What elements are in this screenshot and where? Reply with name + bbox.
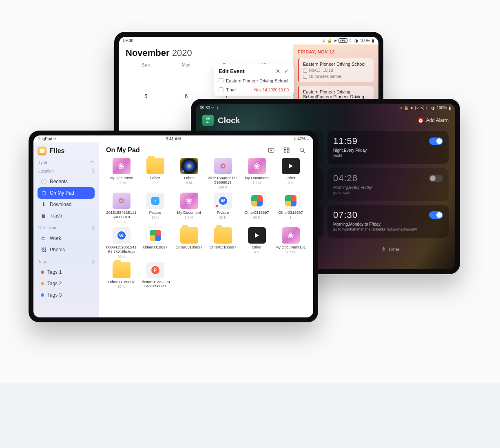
file-tile[interactable]: Other031869790 K <box>241 193 272 224</box>
bluetooth-icon: ᚼ <box>217 106 219 110</box>
file-thumb <box>113 158 131 174</box>
chevron-down-icon[interactable] <box>90 226 94 230</box>
file-tile[interactable]: My Document1.7 M <box>241 158 272 189</box>
alarm-card[interactable]: 07:30Morning,Monday to Fridaygo to workh… <box>327 205 449 238</box>
svg-rect-2 <box>288 148 290 150</box>
alarm-time: 11:59 <box>333 136 358 146</box>
alarm-card[interactable]: 11:59Night,Every Fridayyeah! <box>327 131 449 164</box>
file-tile[interactable]: My Document1511.7 M <box>275 227 306 259</box>
file-thumb <box>282 158 300 174</box>
file-size: 90 K <box>208 215 238 220</box>
search-button[interactable] <box>299 146 306 154</box>
alarm-icon: ⏰ <box>418 118 424 123</box>
new-folder-button[interactable] <box>268 146 275 154</box>
chevron-down-icon[interactable] <box>90 169 94 173</box>
file-size: 128 K <box>208 185 238 189</box>
file-size: 90 K <box>140 215 170 220</box>
timer-icon: ⏱ <box>381 247 386 252</box>
time-value[interactable]: Nov 14,2020 10:00 <box>254 88 289 92</box>
sidebar-item-work[interactable]: 🗀Work <box>38 233 95 244</box>
file-thumb <box>146 158 164 174</box>
file-thumb <box>282 193 300 209</box>
battery-icon: ▮ <box>449 106 451 110</box>
file-tile[interactable]: Other6 M <box>174 158 204 189</box>
sidebar-item-photos[interactable]: 🖼Photos <box>38 244 95 255</box>
event-name[interactable]: Eastern Pioneer Driving School <box>226 78 289 83</box>
file-size: 6 M <box>241 250 272 254</box>
sidebar-item-recents[interactable]: 🕘Recents <box>38 176 95 187</box>
moon-icon: ☾ <box>349 38 353 43</box>
file-tile[interactable]: My Document1.7 M <box>106 158 137 189</box>
file-tile[interactable]: Other6 M <box>275 158 306 189</box>
date-cell[interactable]: 5 <box>126 93 166 99</box>
file-thumb <box>146 193 164 209</box>
file-tile[interactable]: Picture90 K <box>140 193 170 224</box>
file-thumb <box>282 227 300 244</box>
file-name: Other <box>275 176 306 180</box>
headphone-icon: ♫ <box>322 38 325 43</box>
alarm-card[interactable]: 04:28Morning,Every Fridaygo to work <box>327 168 449 201</box>
alarm-toggle[interactable] <box>429 211 443 219</box>
sidebar-item-tag2[interactable]: Tags 2 <box>38 278 95 289</box>
sidebar-item-tag3[interactable]: Tags 3 <box>38 289 95 301</box>
file-tile[interactable]: Other03185697 <box>174 227 204 259</box>
time-label: Time <box>226 87 252 92</box>
chevron-down-icon[interactable] <box>90 259 94 264</box>
file-tile[interactable]: Other03185697 <box>208 227 238 259</box>
sidebar-item-trash[interactable]: 🗑Trash <box>38 210 95 222</box>
alarm-toggle[interactable] <box>429 175 443 182</box>
file-name: My Document151 <box>275 245 306 250</box>
file-tile[interactable]: Other0318569790 K <box>106 262 137 289</box>
battery-icon: ▭ <box>307 137 309 141</box>
file-name: Other03185697 <box>174 245 204 250</box>
file-tile[interactable]: Other0318697 <box>140 227 170 259</box>
grid-view-button[interactable] <box>283 146 290 154</box>
close-icon[interactable]: ✕ <box>276 68 280 74</box>
file-name: Other03185697 <box>106 280 137 284</box>
main-title: On My Pad <box>106 146 140 154</box>
files-sidebar: Files Type Location 🕘Recents ▢On My Pad … <box>33 142 99 317</box>
timer-tab[interactable]: ⏱Timer <box>325 242 455 256</box>
clock-app-icon: 0937 <box>202 115 214 126</box>
weekday-sun: Sun <box>126 62 166 67</box>
date-cell[interactable]: 6 <box>166 93 206 99</box>
vpn-icon: VPN <box>338 38 347 43</box>
file-tile[interactable]: Picture012222205451258623 <box>140 262 170 289</box>
file-tile[interactable]: Other6 M <box>241 227 272 259</box>
file-size: 90 K <box>106 284 137 288</box>
file-thumb <box>214 227 232 244</box>
clock-icon <box>219 87 223 92</box>
event-icon <box>219 78 223 83</box>
chevron-up-icon[interactable] <box>90 160 94 165</box>
calendar-title: November 2020 <box>126 48 287 58</box>
date-cell[interactable] <box>126 77 166 83</box>
file-thumb <box>113 193 131 209</box>
alarm-meta: Night,Every Friday <box>333 148 443 153</box>
file-size: 1.7 M <box>275 250 306 254</box>
file-tile[interactable]: 2015158462511159666019128 K <box>208 158 238 189</box>
file-size: 1.7 M <box>106 181 137 185</box>
file-tile[interactable]: 8006415205154151 15215kokop90 K <box>106 227 137 259</box>
event-card[interactable]: Eastern Pioneer Driving School Nov13, 10… <box>298 58 374 82</box>
add-alarm-button[interactable]: ⏰ Add Alarm <box>418 118 449 123</box>
tag-dot-icon <box>41 282 44 285</box>
clock-status-bar: 09:30 ᯤ ᚼ ♫ 🔒 ➤ VPN ☾ ◑ 100% ▮ <box>196 104 455 112</box>
file-size: 90 K <box>140 181 170 185</box>
file-size: 1.7 M <box>241 181 272 185</box>
sidebar-item-tag1[interactable]: Tags 1 <box>38 266 95 278</box>
file-tile[interactable]: My Document1.7 M <box>174 193 204 224</box>
alarm-toggle[interactable] <box>429 138 443 145</box>
lock-icon: 🔒 <box>327 38 332 43</box>
tag-dot-icon <box>182 170 184 173</box>
sidebar-item-download[interactable]: ⬇Download <box>38 199 95 210</box>
files-status-bar: JingPad ᯤ 9:41 AM ᚼ 42% ▭ <box>33 135 313 142</box>
file-tile[interactable]: Other03186971 <box>275 193 306 224</box>
file-tile[interactable]: 2015158462511159666019128 K <box>106 193 137 224</box>
sidebar-item-onmypad[interactable]: ▢On My Pad <box>38 187 95 199</box>
shield-icon: ◑ <box>431 106 435 110</box>
date-cell[interactable] <box>166 77 206 83</box>
file-name: Other03185697 <box>208 245 238 250</box>
file-tile[interactable]: Picture90 K <box>208 193 238 224</box>
confirm-icon[interactable]: ✓ <box>284 68 289 74</box>
file-tile[interactable]: Other90 K <box>140 158 170 189</box>
